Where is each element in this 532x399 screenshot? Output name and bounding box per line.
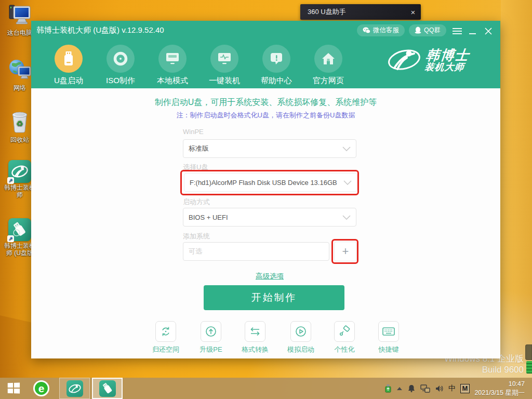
desktop-icon-label: 韩博士装机 (4, 184, 35, 191)
popup-close-icon[interactable]: × (405, 8, 421, 17)
popup-title: 360 U盘助手 (300, 7, 405, 17)
content-panel: 制作启动U盘，可用于系统安装、系统损坏修复、系统维护等 注：制作启动盘时会格式化… (31, 88, 500, 358)
tool-label: 快捷键 (366, 345, 411, 354)
tool-simulate-boot[interactable]: 模拟启动 (278, 321, 323, 354)
edge-gadget (525, 344, 532, 360)
winpe-label: WinPE (183, 128, 204, 136)
help-center-icon (262, 45, 290, 73)
iso-disc-icon (107, 45, 135, 73)
chevron-down-icon (342, 215, 351, 220)
menu-button[interactable] (450, 26, 464, 35)
restore-space-icon (155, 321, 176, 342)
brand-subname: 装机大师 (424, 62, 469, 71)
tool-hotkeys[interactable]: 快捷键 (366, 321, 411, 354)
usb-device-tray-icon[interactable] (384, 384, 392, 393)
notification-bell-icon[interactable] (407, 384, 416, 393)
add-system-input[interactable]: 可选 (183, 242, 329, 261)
nav-help-center[interactable]: 帮助中心 (250, 42, 302, 86)
popup-360-usb-helper[interactable]: 360 U盘助手 × (300, 4, 421, 20)
add-system-label: 添加系统 (183, 232, 210, 241)
window-title: 韩博士装机大师 (U盘版) v.12.9.52.40 (31, 25, 357, 35)
start-create-button[interactable]: 开始制作 (204, 285, 344, 310)
show-hidden-icons-button[interactable] (396, 387, 403, 391)
winpe-select[interactable]: 标准版 (183, 139, 356, 158)
windows-logo-icon (8, 389, 13, 393)
windows-logo-icon (14, 383, 20, 388)
qq-group-label: QQ群 (424, 26, 441, 35)
ime-mode-indicator[interactable]: M (460, 384, 470, 393)
clock-time: 10:47 (474, 380, 525, 389)
usb-select-highlight: F:(hd1)AlcorMP Flash Disk USB Device 13.… (180, 170, 359, 195)
qq-icon (415, 26, 421, 34)
desktop-icon-label: 回收站 (10, 136, 29, 143)
taskbar-app-hanboshi[interactable] (59, 378, 90, 399)
usb-select[interactable]: F:(hd1)AlcorMP Flash Disk USB Device 13.… (184, 173, 357, 192)
tool-label: 升级PE (189, 345, 233, 354)
taskbar: e (0, 378, 532, 399)
minimize-button[interactable] (466, 26, 480, 35)
wechat-support-button[interactable]: 微信客服 (357, 24, 405, 36)
nav-local-mode[interactable]: 本地模式 (147, 42, 198, 86)
start-button[interactable] (8, 383, 20, 394)
qq-group-button[interactable]: QQ群 (409, 24, 446, 36)
desktop-icon-label: 网络 (14, 84, 26, 91)
nav-label: 官方网页 (302, 76, 354, 86)
tool-label: 格式转换 (233, 345, 277, 354)
chevron-down-icon (342, 147, 351, 151)
nav-official-site[interactable]: 官方网页 (302, 42, 354, 86)
add-system-button[interactable]: + (334, 242, 357, 261)
format-convert-icon (245, 321, 265, 342)
ime-language-indicator[interactable]: 中 (448, 384, 456, 393)
system-tray: 中 M (384, 378, 470, 399)
advanced-options-label: 高级选项 (256, 272, 284, 280)
windows-logo-icon (14, 389, 20, 393)
local-mode-icon (158, 45, 187, 73)
nav-iso-create[interactable]: ISO制作 (95, 42, 147, 86)
nav-one-key-install[interactable]: 一键装机 (198, 42, 250, 86)
personalize-icon (334, 321, 355, 342)
volume-tray-icon[interactable] (435, 384, 444, 393)
minimize-icon (469, 28, 476, 34)
clock-date: 2021/3/15 星期一 (474, 389, 525, 397)
wechat-support-label: 微信客服 (373, 26, 399, 35)
taskbar-app-hanboshi-usb[interactable] (92, 378, 123, 399)
shortcut-arrow-icon: ↗ (7, 177, 14, 184)
plus-icon: + (342, 245, 349, 258)
advanced-options-link[interactable]: 高级选项 (183, 271, 356, 281)
browser-taskbar-button[interactable]: e (33, 380, 49, 396)
desktop-icon-label: 师 (17, 191, 23, 198)
taskbar-clock[interactable]: 10:47 2021/3/15 星期一 (474, 380, 525, 397)
boot-mode-label: 启动方式 (183, 197, 210, 207)
tool-label: 模拟启动 (278, 345, 323, 354)
windows-logo-icon (8, 383, 13, 388)
page-title: 制作启动U盘，可用于系统安装、系统损坏修复、系统维护等 (31, 97, 500, 108)
desktop-icon-label: 师 (U盘版 (6, 249, 33, 257)
network-tray-icon[interactable] (420, 384, 430, 393)
simulate-boot-icon (290, 321, 311, 342)
start-create-label: 开始制作 (251, 291, 297, 304)
chevron-down-icon (343, 180, 352, 185)
brand-logo: 韩博士 装机大师 (387, 44, 491, 75)
usb-status-gadget (526, 361, 532, 374)
add-system-highlight: + (331, 239, 358, 264)
add-system-placeholder: 可选 (189, 247, 202, 256)
tool-label: 个性化 (322, 345, 367, 354)
nav-usb-boot[interactable]: U盘启动 (43, 42, 95, 86)
format-warning-note: 注：制作启动盘时会格式化U盘，请在制作之前备份U盘数据 (31, 111, 500, 120)
tool-upgrade-pe[interactable]: 升级PE (189, 321, 233, 354)
nav-label: U盘启动 (43, 76, 95, 86)
nav-label: 帮助中心 (250, 76, 302, 86)
boot-mode-value: BIOS + UEFI (189, 214, 342, 221)
boot-mode-select[interactable]: BIOS + UEFI (183, 208, 356, 227)
tool-restore-space[interactable]: 归还空间 (143, 321, 188, 354)
hamburger-icon (453, 28, 462, 34)
close-button[interactable] (482, 25, 495, 34)
nav-label: 本地模式 (147, 76, 198, 86)
tool-format-convert[interactable]: 格式转换 (233, 321, 277, 354)
window-titlebar: 韩博士装机大师 (U盘版) v.12.9.52.40 微信客服 QQ群 (31, 21, 500, 39)
background-facet (501, 0, 532, 364)
close-icon (485, 28, 492, 35)
hotkeys-keyboard-icon (378, 321, 399, 342)
shortcut-arrow-icon: ↗ (7, 235, 14, 242)
tool-personalize[interactable]: 个性化 (322, 321, 367, 354)
